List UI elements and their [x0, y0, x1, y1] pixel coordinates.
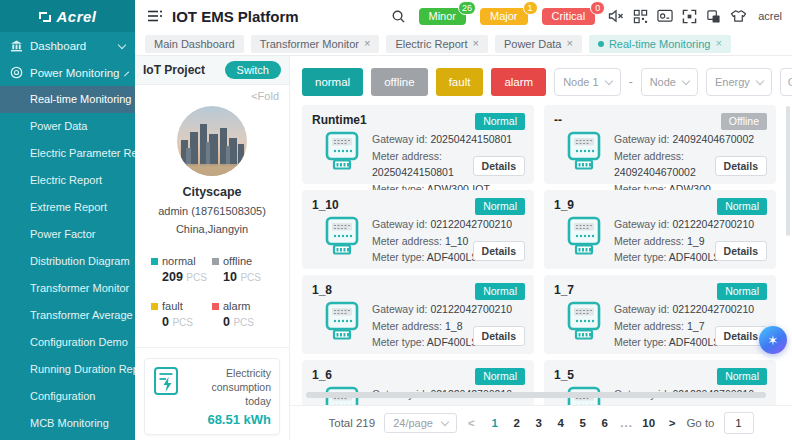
sidebar-item-transformer-monitor[interactable]: Transformer Monitor — [0, 275, 135, 302]
node-select-2[interactable]: Node — [641, 68, 698, 96]
field-label: Meter type: — [372, 251, 427, 263]
ai-assistant-button[interactable]: ✶ — [759, 326, 787, 354]
sidebar-item-power-monitoring[interactable]: Power Monitoring — [0, 59, 135, 86]
alarm-badge-minor[interactable]: Minor26 — [419, 8, 467, 25]
sidebar-item-dashboard[interactable]: Dashboard — [0, 32, 135, 59]
switch-project-button[interactable]: Switch — [225, 61, 281, 79]
chevron-down-icon — [682, 76, 690, 84]
skin-shirt-icon[interactable] — [730, 9, 747, 23]
fold-panel-link[interactable]: <Fold — [135, 85, 289, 102]
status-bullet — [212, 258, 219, 265]
sidebar-item-extreme-report[interactable]: Extreme Report — [0, 194, 135, 221]
page-numbers: 123456...10 — [486, 417, 658, 429]
details-button[interactable]: Details — [715, 241, 767, 261]
horizontal-scrollbar[interactable] — [306, 392, 766, 398]
chevron-down-icon — [118, 40, 126, 48]
goto-page-input[interactable] — [724, 412, 754, 434]
tab-real-time-monitoring[interactable]: Real-time Monitoring× — [589, 35, 731, 53]
tab-main-dashboard[interactable]: Main Dashboard — [145, 35, 244, 53]
node-select-1[interactable]: Node 1 — [554, 68, 620, 96]
summary-unit: PCS — [233, 317, 254, 328]
page-number-5[interactable]: 5 — [574, 417, 592, 429]
fullscreen-icon[interactable] — [682, 9, 697, 24]
meter-icon — [325, 301, 359, 344]
sidebar-item-electric-parameter-report[interactable]: Electric Parameter Report — [0, 140, 135, 167]
right-column: IOT EMS Platform Minor26Major1Critical0 — [135, 0, 792, 440]
tab-label: Main Dashboard — [154, 38, 235, 50]
node-select-1-value: Node 1 — [563, 76, 598, 88]
sidebar-item-running-duration-report[interactable]: Running Duration Report — [0, 356, 135, 383]
mute-icon[interactable] — [608, 9, 624, 23]
sidebar-item-real-time-monitoring[interactable]: Real-time Monitoring — [0, 86, 135, 113]
meter-icon-svg — [325, 216, 359, 256]
sparkle-icon: ✶ — [768, 333, 779, 348]
meter-field-gateway-id: Gateway id: 24092404670002 — [614, 131, 766, 148]
summary-value: 0 PCS — [212, 315, 273, 329]
energy-select[interactable]: Energy — [706, 68, 772, 96]
vertical-scrollbar[interactable] — [786, 106, 790, 236]
screen-share-icon[interactable] — [657, 9, 673, 23]
sidebar-item-electric-report[interactable]: Electric Report — [0, 167, 135, 194]
sidebar-item-power-factor[interactable]: Power Factor — [0, 221, 135, 248]
summary-unit: PCS — [240, 272, 261, 283]
alarm-badge-critical[interactable]: Critical0 — [542, 8, 596, 25]
page-number-6[interactable]: 6 — [596, 417, 614, 429]
meter-card: Runtime1Normal Gateway id: 2025042415080… — [302, 105, 534, 184]
filter-button-offline[interactable]: offline — [371, 68, 427, 96]
summary-offline: offline10 PCS — [212, 255, 273, 284]
sidebar-item-configuration-demo[interactable]: Configuration Demo — [0, 329, 135, 356]
next-page-button[interactable]: > — [667, 417, 678, 429]
tab-transformer-monitor[interactable]: Transformer Monitor× — [251, 35, 380, 53]
filter-button-fault[interactable]: fault — [436, 68, 484, 96]
menu-fold-icon[interactable] — [147, 9, 163, 23]
close-icon[interactable]: × — [473, 38, 479, 49]
top-header: IOT EMS Platform Minor26Major1Critical0 — [135, 0, 792, 32]
search-icon[interactable] — [391, 9, 406, 24]
page-number-1[interactable]: 1 — [486, 417, 504, 429]
page-number-3[interactable]: 3 — [530, 417, 548, 429]
sidebar-item-configuration[interactable]: Configuration — [0, 383, 135, 410]
tab-electric-report[interactable]: Electric Report× — [386, 35, 488, 53]
status-badge: Normal — [475, 198, 525, 215]
page-size-select[interactable]: 24/page — [384, 413, 457, 433]
field-label: Meter type: — [614, 251, 669, 263]
meter-icon-svg — [567, 216, 601, 256]
filter-button-normal[interactable]: normal — [302, 68, 363, 96]
status-badge: Normal — [717, 198, 767, 215]
summary-normal: normal209 PCS — [151, 255, 212, 284]
prev-page-button[interactable]: < — [466, 417, 477, 429]
username[interactable]: acrel — [758, 10, 782, 22]
cityscape-image — [177, 106, 247, 176]
sidebar-item-distribution-diagram[interactable]: Distribution Diagram — [0, 248, 135, 275]
close-icon[interactable]: × — [715, 38, 721, 49]
details-button[interactable]: Details — [473, 326, 525, 346]
close-icon[interactable]: × — [566, 38, 572, 49]
summary-value: 0 PCS — [151, 315, 212, 329]
summary-unit: PCS — [186, 272, 207, 283]
tab-power-data[interactable]: Power Data× — [495, 35, 582, 53]
field-value: 02122042700210 — [672, 218, 754, 230]
alarm-badge-major[interactable]: Major1 — [480, 8, 528, 25]
field-value: 20250424150801 — [372, 166, 454, 178]
status-bullet — [151, 303, 158, 310]
meter-card: 1_6Normal Gateway id: 02122042700210Mete… — [302, 360, 534, 405]
qr-code-icon[interactable] — [633, 9, 648, 24]
page-ellipsis: ... — [618, 417, 636, 429]
sidebar-item-mcb-monitoring[interactable]: MCB Monitoring — [0, 410, 135, 437]
details-button[interactable]: Details — [473, 241, 525, 261]
project-avatar — [177, 106, 247, 176]
sidebar-item-transformer-average-loa[interactable]: Transformer Average Loa... — [0, 302, 135, 329]
summary-unit: PCS — [172, 317, 193, 328]
filter-button-alarm[interactable]: alarm — [491, 68, 546, 96]
theme-layers-icon[interactable] — [706, 9, 721, 24]
details-button[interactable]: Details — [473, 156, 525, 176]
alarm-badge-count: 1 — [523, 1, 538, 15]
close-icon[interactable]: × — [364, 38, 370, 49]
page-number-10[interactable]: 10 — [640, 417, 658, 429]
active-tab-dot — [598, 41, 604, 47]
page-number-4[interactable]: 4 — [552, 417, 570, 429]
sidebar-item-power-data[interactable]: Power Data — [0, 113, 135, 140]
details-button[interactable]: Details — [715, 156, 767, 176]
gateway-search-input[interactable] — [788, 76, 792, 88]
page-number-2[interactable]: 2 — [508, 417, 526, 429]
